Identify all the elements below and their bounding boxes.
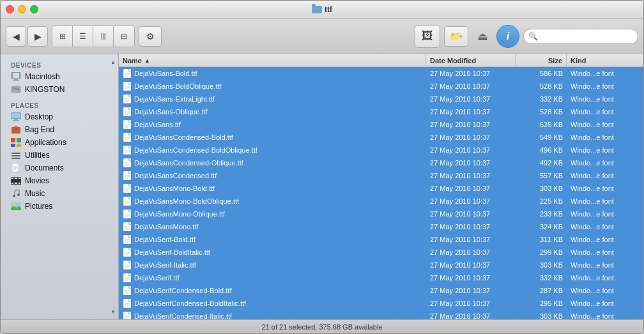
table-row[interactable]: DejaVuSans.ttf 27 May 2010 10:37 635 KB … <box>119 118 643 131</box>
file-cell-size: 496 KB <box>516 144 567 156</box>
column-headers: Name ▲ Date Modified Size Kind <box>119 54 643 67</box>
view-group: ⊞ ☰ ||| ⊟ <box>52 26 135 47</box>
sidebar-scroll-up[interactable]: ▲ <box>109 58 117 66</box>
svg-point-6 <box>18 89 20 91</box>
view-list-button[interactable]: ☰ <box>73 26 93 47</box>
plus-icon: + <box>459 33 463 40</box>
table-row[interactable]: DejaVuSansCondensed-Oblique.ttf 27 May 2… <box>119 156 643 169</box>
view-icon-button[interactable]: ⊞ <box>52 26 73 47</box>
sidebar-item-bag-end[interactable]: Bag End <box>1 123 118 136</box>
view-cov-button[interactable]: ⊟ <box>114 26 134 47</box>
sidebar-item-applications[interactable]: Applications <box>1 136 118 149</box>
kingston-icon <box>11 84 21 95</box>
toolbar: ◀ ▶ ⊞ ☰ ||| ⊟ ⚙ <box>1 19 643 54</box>
table-row[interactable]: DejaVuSans-Oblique.ttf 27 May 2010 10:37… <box>119 105 643 118</box>
table-row[interactable]: DejaVuSerif-Bold.ttf 27 May 2010 10:37 3… <box>119 233 643 246</box>
file-cell-size: 635 KB <box>516 118 567 131</box>
close-button[interactable] <box>6 5 14 13</box>
file-icon <box>123 82 132 91</box>
table-row[interactable]: DejaVuSansMono-Bold.ttf 27 May 2010 10:3… <box>119 182 643 195</box>
sidebar-item-kingston[interactable]: KINGSTON <box>1 83 118 96</box>
file-cell-size: 528 KB <box>516 105 567 118</box>
file-list[interactable]: DejaVuSans-Bold.ttf 27 May 2010 10:37 58… <box>119 67 643 319</box>
table-row[interactable]: DejaVuSerif.ttf 27 May 2010 10:37 332 KB… <box>119 271 643 284</box>
status-bar: 21 of 21 selected, 375.68 GB available <box>1 319 643 333</box>
col-header-name[interactable]: Name ▲ <box>119 54 426 66</box>
table-row[interactable]: DejaVuSans-BoldOblique.ttf 27 May 2010 1… <box>119 80 643 93</box>
file-cell-date: 27 May 2010 10:37 <box>426 105 516 118</box>
table-row[interactable]: DejaVuSerifCondensed-Italic.ttf 27 May 2… <box>119 310 643 319</box>
file-cell-date: 27 May 2010 10:37 <box>426 131 516 144</box>
maximize-button[interactable] <box>30 5 38 13</box>
file-cell-name: DejaVuSans-Bold.ttf <box>119 67 426 80</box>
col-header-date[interactable]: Date Modified <box>426 54 516 66</box>
sidebar-item-documents[interactable]: Documents <box>1 162 118 174</box>
back-icon: ◀ <box>13 31 20 42</box>
sidebar-item-utilities[interactable]: Utilities <box>1 149 118 162</box>
table-row[interactable]: DejaVuSansMono.ttf 27 May 2010 10:37 324… <box>119 220 643 233</box>
file-cell-name: DejaVuSansMono.ttf <box>119 220 426 233</box>
col-header-size[interactable]: Size <box>516 54 567 66</box>
table-row[interactable]: DejaVuSansMono-BoldOblique.ttf 27 May 20… <box>119 195 643 208</box>
sidebar-item-pictures[interactable]: Pictures <box>1 200 118 213</box>
file-cell-size: 332 KB <box>516 93 567 105</box>
table-row[interactable]: DejaVuSerif-Italic.ttf 27 May 2010 10:37… <box>119 259 643 271</box>
sidebar-item-movies[interactable]: Movies <box>1 174 118 187</box>
sidebar-item-music[interactable]: Music <box>1 187 118 200</box>
svg-rect-11 <box>12 127 20 133</box>
info-button[interactable]: i <box>496 25 519 48</box>
file-cell-date: 27 May 2010 10:37 <box>426 259 516 271</box>
file-cell-name: DejaVuSerifCondensed-BoldItalic.ttf <box>119 297 426 310</box>
file-cell-kind: Windo...e font <box>567 259 643 271</box>
file-icon <box>123 299 132 308</box>
view-col-button[interactable]: ||| <box>93 26 114 47</box>
sidebar-item-desktop[interactable]: Desktop <box>1 110 118 123</box>
file-cell-name: DejaVuSans-ExtraLight.ttf <box>119 93 426 105</box>
file-cell-kind: Windo...e font <box>567 195 643 208</box>
eject-icon: ⏏ <box>477 29 488 43</box>
action-button[interactable]: ⚙ <box>139 26 162 47</box>
table-row[interactable]: DejaVuSans-ExtraLight.ttf 27 May 2010 10… <box>119 93 643 105</box>
file-cell-name: DejaVuSansMono-Oblique.ttf <box>119 208 426 220</box>
file-icon <box>123 158 132 167</box>
file-cell-date: 27 May 2010 10:37 <box>426 246 516 259</box>
col-header-kind[interactable]: Kind <box>567 54 643 66</box>
file-cell-name: DejaVuSansMono-BoldOblique.ttf <box>119 195 426 208</box>
table-row[interactable]: DejaVuSerif-BoldItalic.ttf 27 May 2010 1… <box>119 246 643 259</box>
file-cell-kind: Windo...e font <box>567 233 643 246</box>
file-icon <box>123 248 132 257</box>
kingston-label: KINGSTON <box>25 85 65 94</box>
file-cell-kind: Windo...e font <box>567 271 643 284</box>
bag-end-icon <box>11 125 21 135</box>
search-wrapper: 🔍 <box>523 29 638 44</box>
eject-button[interactable]: ⏏ <box>472 26 493 47</box>
table-row[interactable]: DejaVuSerifCondensed-BoldItalic.ttf 27 M… <box>119 297 643 310</box>
file-cell-size: 225 KB <box>516 195 567 208</box>
file-icon <box>123 286 132 295</box>
file-cell-kind: Windo...e font <box>567 220 643 233</box>
file-cell-size: 557 KB <box>516 169 567 182</box>
file-icon <box>123 69 132 78</box>
finder-window: ttf ◀ ▶ ⊞ ☰ ||| ⊟ ⚙ <box>0 0 644 334</box>
table-row[interactable]: DejaVuSansCondensed-BoldOblique.ttf 27 M… <box>119 144 643 156</box>
sidebar-item-macintosh[interactable]: Macintosh <box>1 70 118 83</box>
table-row[interactable]: DejaVuSansCondensed-Bold.ttf 27 May 2010… <box>119 131 643 144</box>
quick-look-button[interactable]: 🖼 <box>415 25 440 48</box>
main-area: ▲ DEVICES Macintosh <box>1 54 643 319</box>
forward-button[interactable]: ▶ <box>27 26 48 47</box>
table-row[interactable]: DejaVuSans-Bold.ttf 27 May 2010 10:37 58… <box>119 67 643 80</box>
file-area: Name ▲ Date Modified Size Kind <box>119 54 643 319</box>
file-icon <box>123 273 132 282</box>
table-row[interactable]: DejaVuSansCondensed.ttf 27 May 2010 10:3… <box>119 169 643 182</box>
file-cell-kind: Windo...e font <box>567 182 643 195</box>
sidebar-scroll-down[interactable]: ▼ <box>109 308 117 315</box>
file-cell-date: 27 May 2010 10:37 <box>426 220 516 233</box>
new-folder-button[interactable]: 📁 + <box>444 26 468 47</box>
back-button[interactable]: ◀ <box>6 26 26 47</box>
table-row[interactable]: DejaVuSansMono-Oblique.ttf 27 May 2010 1… <box>119 208 643 220</box>
minimize-button[interactable] <box>18 5 26 13</box>
table-row[interactable]: DejaVuSerifCondensed-Bold.ttf 27 May 201… <box>119 284 643 297</box>
file-cell-size: 311 KB <box>516 233 567 246</box>
file-icon <box>123 222 132 231</box>
search-input[interactable] <box>523 29 638 44</box>
